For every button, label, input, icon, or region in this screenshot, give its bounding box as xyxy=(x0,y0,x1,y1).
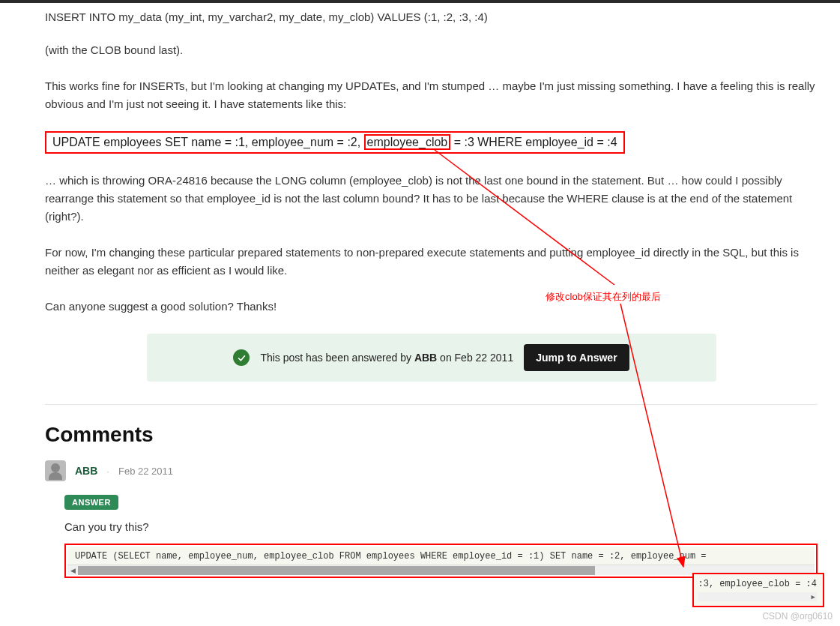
banner-text: This post has been answered by ABB on Fe… xyxy=(260,352,513,364)
comments-heading: Comments xyxy=(45,423,818,447)
code-end-text: :3, employee_clob = :4 xyxy=(698,579,817,589)
paragraph-4: Can anyone suggest a good solution? Than… xyxy=(45,298,818,316)
banner-post: on Feb 22 2011 xyxy=(437,352,513,364)
avatar[interactable] xyxy=(45,460,66,481)
paragraph-1: This works fine for INSERTs, but I'm loo… xyxy=(45,77,818,113)
watermark: CSDN @org0610 xyxy=(762,611,833,622)
comment-date: Feb 22 2011 xyxy=(118,466,173,477)
insert-statement: INSERT INTO my_data (my_int, my_varchar2… xyxy=(45,10,818,23)
jump-to-answer-button[interactable]: Jump to Answer xyxy=(524,344,629,371)
highlighted-update-statement: UPDATE employees SET name = :1, employee… xyxy=(45,131,625,154)
clob-note: (with the CLOB bound last). xyxy=(45,41,818,59)
scroll-right-icon[interactable]: ▶ xyxy=(810,593,817,601)
comment-body: ANSWER Can you try this? UPDATE (SELECT … xyxy=(64,495,818,578)
paragraph-3: For now, I'm changing these particular p… xyxy=(45,244,818,280)
update-post: = :3 WHERE employee_id = :4 xyxy=(450,136,617,148)
update-pre: UPDATE employees SET name = :1, employee… xyxy=(52,136,364,148)
section-divider xyxy=(45,404,818,405)
highlighted-code-end: :3, employee_clob = :4 ▶ xyxy=(692,573,824,607)
code-block: UPDATE (SELECT name, employee_num, emplo… xyxy=(67,547,815,565)
scroll-left-icon[interactable]: ◀ xyxy=(67,565,78,576)
scrollbar-thumb[interactable] xyxy=(78,566,595,575)
banner-pre: This post has been answered by xyxy=(260,352,414,364)
banner-author: ABB xyxy=(414,352,437,364)
highlighted-clob-column: employee_clob xyxy=(364,134,451,150)
answered-banner: This post has been answered by ABB on Fe… xyxy=(147,334,716,382)
separator: · xyxy=(106,466,109,477)
comment-author-link[interactable]: ABB xyxy=(75,465,97,477)
answer-badge: ANSWER xyxy=(64,495,118,510)
paragraph-2: … which is throwing ORA-24816 because th… xyxy=(45,172,818,226)
post-container: INSERT INTO my_data (my_int, my_varchar2… xyxy=(0,3,840,578)
comment-header: ABB · Feb 22 2011 xyxy=(45,460,818,481)
inner-scrollbar[interactable]: ▶ xyxy=(698,592,817,601)
code-main: UPDATE (SELECT name, employee_num, emplo… xyxy=(75,551,707,562)
answer-text: Can you try this? xyxy=(64,520,818,533)
check-icon xyxy=(233,349,250,366)
annotation-text: 修改clob保证其在列的最后 xyxy=(546,290,661,304)
